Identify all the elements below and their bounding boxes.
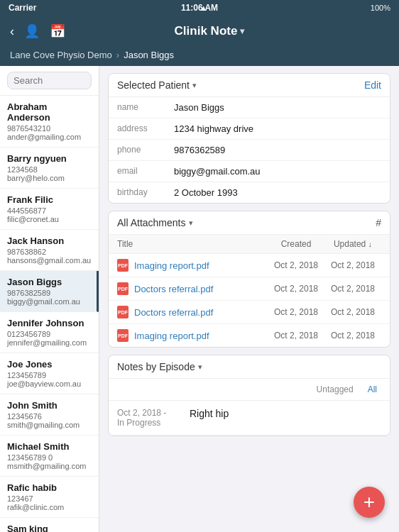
notes-list: Oct 2, 2018 - In Progress Right hip bbox=[109, 401, 390, 436]
patient-list-item[interactable]: John Smith 12345676 smith@gmailing.com bbox=[0, 394, 99, 436]
back-button[interactable]: ‹ bbox=[10, 24, 14, 39]
patient-item-name: Rafic habib bbox=[7, 482, 92, 493]
header-title: Clinik Note ▾ bbox=[175, 24, 245, 38]
col-created: Created bbox=[268, 239, 324, 249]
patient-list-item[interactable]: Frank Filic 444556877 filic@cronet.au bbox=[0, 189, 99, 230]
notes-dropdown[interactable]: ▾ bbox=[198, 362, 202, 372]
time-label: 11:06 AM bbox=[181, 3, 218, 13]
patient-item-name: Joe Jones bbox=[7, 359, 92, 370]
patient-list-item[interactable]: Barry ngyuen 1234568 barry@helo.com bbox=[0, 148, 99, 189]
patient-item-phone: 123456789 0 bbox=[7, 453, 92, 462]
attachment-row[interactable]: PDF Doctors referral.pdf Oct 2, 2018 Oct… bbox=[109, 301, 390, 324]
patient-list-item[interactable]: Sam king 12345678 kingkong@gmail.com bbox=[0, 518, 99, 532]
breadcrumb-patient: Jason Biggs bbox=[124, 50, 174, 60]
attachment-row[interactable]: PDF Imaging report.pdf Oct 2, 2018 Oct 2… bbox=[109, 324, 390, 347]
patient-item-email: rafik@clinic.com bbox=[7, 503, 92, 511]
patient-item-name: Sam king bbox=[7, 523, 92, 532]
app-header: ‹ 👤 📅 Clinik Note ▾ bbox=[0, 16, 399, 47]
patient-list: Abraham Anderson 9876543210 ander@gmaili… bbox=[0, 96, 99, 532]
patient-item-email: hansons@gmail.com.au bbox=[7, 256, 92, 265]
selected-patient-dropdown[interactable]: ▾ bbox=[192, 81, 197, 90]
patient-item-name: Abraham Anderson bbox=[7, 101, 92, 123]
attachment-row[interactable]: PDF Doctors referral.pdf Oct 2, 2018 Oct… bbox=[109, 277, 390, 301]
search-input[interactable] bbox=[7, 72, 92, 89]
battery-label: 100% bbox=[371, 4, 390, 12]
patient-item-name: Jason Biggs bbox=[7, 277, 89, 287]
attachment-created: Oct 2, 2018 bbox=[268, 260, 324, 270]
patient-item-phone: 0123456789 bbox=[7, 330, 92, 338]
patient-item-name: Frank Filic bbox=[7, 194, 92, 205]
phone-value: 9876362589 bbox=[174, 145, 225, 155]
patient-item-name: Barry ngyuen bbox=[7, 153, 92, 164]
filter-all[interactable]: All bbox=[364, 383, 381, 396]
patient-item-phone: 9876543210 bbox=[7, 124, 92, 133]
search-container bbox=[0, 66, 99, 96]
note-row[interactable]: Oct 2, 2018 - In Progress Right hip bbox=[109, 401, 390, 436]
note-date-status: Oct 2, 2018 - In Progress bbox=[117, 408, 181, 428]
patient-item-name: Jennifer Johnson bbox=[7, 318, 92, 328]
col-updated-label: Updated bbox=[334, 239, 366, 249]
col-title: Title bbox=[117, 239, 268, 249]
attachment-row[interactable]: PDF Imaging report.pdf Oct 2, 2018 Oct 2… bbox=[109, 254, 390, 277]
selected-patient-header: Selected Patient ▾ Edit bbox=[109, 74, 390, 97]
calendar-icon[interactable]: 📅 bbox=[50, 23, 65, 39]
patient-list-item[interactable]: Abraham Anderson 9876543210 ander@gmaili… bbox=[0, 96, 99, 148]
patient-item-phone: 12345676 bbox=[7, 412, 92, 421]
patient-list-item[interactable]: Rafic habib 123467 rafik@clinic.com bbox=[0, 477, 99, 518]
col-updated: Updated ↓ bbox=[324, 239, 381, 249]
attachments-list: PDF Imaging report.pdf Oct 2, 2018 Oct 2… bbox=[109, 254, 390, 347]
patient-item-phone: 987638862 bbox=[7, 248, 92, 256]
sidebar: Abraham Anderson 9876543210 ander@gmaili… bbox=[0, 66, 99, 532]
user-icon[interactable]: 👤 bbox=[24, 23, 40, 39]
patient-item-email: joe@bayview.com.au bbox=[7, 379, 92, 388]
patient-list-item[interactable]: Jason Biggs 9876382589 biggy@gmail.com.a… bbox=[0, 271, 99, 312]
edit-patient-button[interactable]: Edit bbox=[364, 79, 381, 91]
notes-label: Notes by Episode bbox=[117, 361, 195, 372]
patient-item-phone: 1234568 bbox=[7, 165, 92, 174]
title-dropdown-arrow[interactable]: ▾ bbox=[240, 26, 244, 36]
pdf-icon: PDF bbox=[117, 306, 129, 318]
patient-item-email: filic@cronet.au bbox=[7, 215, 92, 223]
patient-item-name: Michael Smith bbox=[7, 441, 92, 452]
patient-item-name: Jack Hanson bbox=[7, 235, 92, 246]
patient-item-phone: 444556877 bbox=[7, 206, 92, 215]
patient-item-email: barry@helo.com bbox=[7, 174, 92, 182]
attachment-created: Oct 2, 2018 bbox=[268, 307, 324, 317]
note-date: Oct 2, 2018 - bbox=[117, 408, 181, 418]
patient-list-item[interactable]: Joe Jones 123456789 joe@bayview.com.au bbox=[0, 353, 99, 394]
patient-item-phone: 9876382589 bbox=[7, 289, 89, 297]
header-left-icons: ‹ 👤 📅 bbox=[10, 23, 65, 39]
notes-filter-bar: Untagged All bbox=[109, 379, 390, 401]
main-layout: Abraham Anderson 9876543210 ander@gmaili… bbox=[0, 66, 399, 532]
notes-header-left: Notes by Episode ▾ bbox=[117, 361, 202, 372]
fab-button[interactable]: + bbox=[354, 487, 385, 518]
patient-item-email: ander@gmailing.com bbox=[7, 133, 92, 141]
attachments-header: All Attachments ▾ # bbox=[109, 211, 390, 235]
patient-list-item[interactable]: Jack Hanson 987638862 hansons@gmail.com.… bbox=[0, 230, 99, 271]
breadcrumb-clinic[interactable]: Lane Cove Physio Demo bbox=[10, 50, 112, 60]
hash-icon: # bbox=[376, 217, 381, 228]
birthday-label: birthday bbox=[117, 187, 174, 197]
pdf-icon: PDF bbox=[117, 329, 129, 342]
filter-untagged[interactable]: Untagged bbox=[312, 383, 358, 396]
phone-label: phone bbox=[117, 145, 174, 155]
sort-arrow-icon: ↓ bbox=[368, 240, 373, 248]
attachment-filename: Doctors referral.pdf bbox=[134, 284, 268, 294]
attachments-dropdown[interactable]: ▾ bbox=[189, 218, 193, 228]
patient-phone-row: phone 9876362589 bbox=[109, 140, 390, 161]
attachments-table-header: Title Created Updated ↓ bbox=[109, 235, 390, 254]
patient-list-item[interactable]: Michael Smith 123456789 0 msmith@gmailin… bbox=[0, 436, 99, 477]
selected-patient-label: Selected Patient bbox=[117, 79, 190, 91]
selected-patient-card: Selected Patient ▾ Edit name Jason Biggs… bbox=[108, 73, 390, 204]
patient-item-email: msmith@gmailing.com bbox=[7, 462, 92, 470]
patient-item-email: smith@gmailing.com bbox=[7, 421, 92, 429]
patient-item-phone: 123456789 bbox=[7, 371, 92, 379]
carrier-label: Carrier bbox=[9, 3, 36, 13]
attachment-filename: Imaging report.pdf bbox=[134, 260, 268, 271]
patient-list-item[interactable]: Jennifer Johnson 0123456789 jennifer@gma… bbox=[0, 312, 99, 353]
attachments-card: All Attachments ▾ # Title Created Update… bbox=[108, 211, 390, 348]
pdf-icon: PDF bbox=[117, 259, 129, 272]
status-bar: Carrier ▲ 11:06 AM 100% bbox=[0, 0, 399, 16]
pdf-icon: PDF bbox=[117, 282, 129, 295]
selected-patient-header-left: Selected Patient ▾ bbox=[117, 79, 197, 91]
